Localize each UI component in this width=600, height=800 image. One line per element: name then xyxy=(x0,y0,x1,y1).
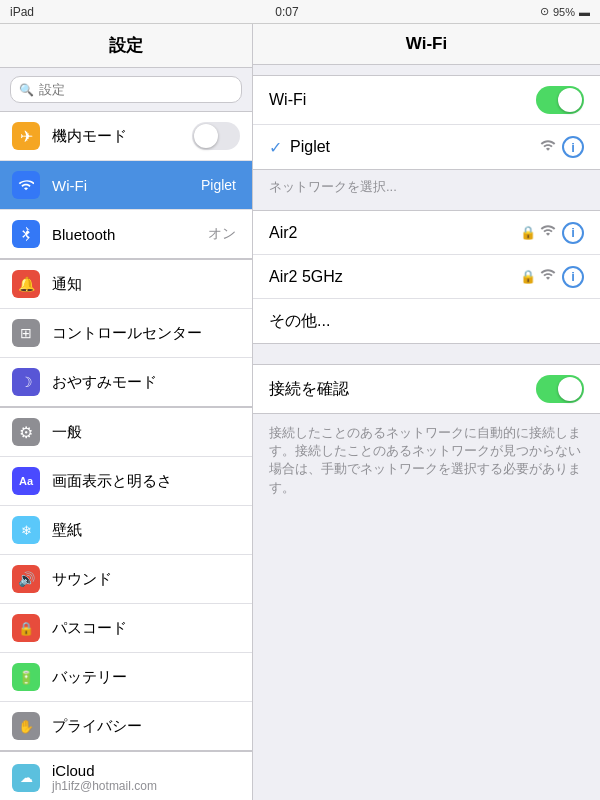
sidebar-item-wallpaper[interactable]: ❄ 壁紙 xyxy=(0,506,252,555)
confirm-connection-section: 接続を確認 xyxy=(253,364,600,414)
airplane-toggle[interactable] xyxy=(192,122,240,150)
controlcenter-icon: ⊞ xyxy=(12,319,40,347)
wifi-label: Wi-Fi xyxy=(269,91,536,109)
wifi-toggle-section: Wi-Fi ✓ Piglet i xyxy=(253,75,600,170)
select-network-label: ネットワークを選択... xyxy=(253,170,600,200)
wifi-status-icon: ⊙ xyxy=(540,5,549,18)
battery-level: 95% xyxy=(553,6,575,18)
network-list-section: Air2 🔒 i Air2 5GHz 🔒 i xyxy=(253,210,600,344)
sidebar-label-controlcenter: コントロールセンター xyxy=(52,324,240,343)
airplane-icon: ✈ xyxy=(12,122,40,150)
sidebar-item-general[interactable]: ⚙ 一般 xyxy=(0,408,252,457)
airplane-toggle-knob xyxy=(194,124,218,148)
sidebar-label-display: 画面表示と明るさ xyxy=(52,472,240,491)
wifi-toggle-row[interactable]: Wi-Fi xyxy=(253,76,600,125)
sidebar-item-bluetooth[interactable]: Bluetooth オン xyxy=(0,210,252,258)
sidebar-label-privacy: プライバシー xyxy=(52,717,240,736)
bluetooth-icon xyxy=(12,220,40,248)
general-icon: ⚙ xyxy=(12,418,40,446)
sidebar-item-display[interactable]: Aa 画面表示と明るさ xyxy=(0,457,252,506)
sidebar-label-sound: サウンド xyxy=(52,570,240,589)
search-input[interactable] xyxy=(39,82,233,97)
wifi-icon-air25ghz xyxy=(540,268,556,285)
sidebar-bluetooth-value: オン xyxy=(208,225,236,243)
air2-info-btn[interactable]: i xyxy=(562,222,584,244)
connected-network-label: Piglet xyxy=(290,138,540,156)
confirm-connection-row[interactable]: 接続を確認 xyxy=(253,365,600,413)
checkmark-icon: ✓ xyxy=(269,138,282,157)
sidebar-label-battery: バッテリー xyxy=(52,668,240,687)
sidebar-label-donotdisturb: おやすみモード xyxy=(52,373,240,392)
passcode-icon: 🔒 xyxy=(12,614,40,642)
sidebar-label-wifi: Wi-Fi xyxy=(52,177,201,194)
search-icon: 🔍 xyxy=(19,83,34,97)
confirm-toggle-knob xyxy=(558,377,582,401)
divider-1 xyxy=(253,344,600,354)
network-row-air2[interactable]: Air2 🔒 i xyxy=(253,211,600,255)
battery-menu-icon: 🔋 xyxy=(12,663,40,691)
confirm-connection-toggle[interactable] xyxy=(536,375,584,403)
air25ghz-info-btn[interactable]: i xyxy=(562,266,584,288)
connected-network-info-btn[interactable]: i xyxy=(562,136,584,158)
sidebar-group-preferences: ⚙ 一般 Aa 画面表示と明るさ ❄ 壁紙 🔊 サウンド 🔒 パスコード 🔋 xyxy=(0,407,252,751)
status-bar: iPad 0:07 ⊙ 95% ▬ xyxy=(0,0,600,24)
wifi-toggle-knob xyxy=(558,88,582,112)
sidebar-item-airplane[interactable]: ✈ 機内モード xyxy=(0,112,252,161)
status-right: ⊙ 95% ▬ xyxy=(540,5,590,18)
sidebar: 設定 🔍 ✈ 機内モード Wi-F xyxy=(0,24,253,800)
wallpaper-icon: ❄ xyxy=(12,516,40,544)
main-layout: 設定 🔍 ✈ 機内モード Wi-F xyxy=(0,24,600,800)
sidebar-item-privacy[interactable]: ✋ プライバシー xyxy=(0,702,252,750)
network-air25ghz-label: Air2 5GHz xyxy=(269,268,520,286)
status-time: 0:07 xyxy=(275,5,298,19)
search-bar: 🔍 xyxy=(0,68,252,111)
sidebar-label-airplane: 機内モード xyxy=(52,127,192,146)
icloud-title: iCloud xyxy=(52,762,240,779)
sidebar-group-system: 🔔 通知 ⊞ コントロールセンター ☽ おやすみモード xyxy=(0,259,252,407)
icloud-subtitle: jh1ifz@hotmail.com xyxy=(52,779,240,793)
sidebar-group-accounts: ☁ iCloud jh1ifz@hotmail.com xyxy=(0,751,252,800)
sidebar-item-icloud[interactable]: ☁ iCloud jh1ifz@hotmail.com xyxy=(0,752,252,800)
network-wifi-icon xyxy=(540,139,556,156)
description-text: 接続したことのあるネットワークに自動的に接続します。接続したことのあるネットワー… xyxy=(253,414,600,507)
wifi-icon xyxy=(12,171,40,199)
sidebar-item-passcode[interactable]: 🔒 パスコード xyxy=(0,604,252,653)
sidebar-item-donotdisturb[interactable]: ☽ おやすみモード xyxy=(0,358,252,406)
search-input-wrap[interactable]: 🔍 xyxy=(10,76,242,103)
sidebar-label-notifications: 通知 xyxy=(52,275,240,294)
confirm-connection-label: 接続を確認 xyxy=(269,379,536,400)
content-title: Wi-Fi xyxy=(253,24,600,65)
sidebar-wifi-value: Piglet xyxy=(201,177,236,193)
connected-network-row[interactable]: ✓ Piglet i xyxy=(253,125,600,169)
sidebar-group-connectivity: ✈ 機内モード Wi-Fi Piglet xyxy=(0,111,252,259)
icloud-icon: ☁ xyxy=(12,764,40,792)
sidebar-title: 設定 xyxy=(0,24,252,68)
sidebar-item-sound[interactable]: 🔊 サウンド xyxy=(0,555,252,604)
icloud-text: iCloud jh1ifz@hotmail.com xyxy=(52,762,240,793)
wifi-master-toggle[interactable] xyxy=(536,86,584,114)
notifications-icon: 🔔 xyxy=(12,270,40,298)
wifi-icon-air2 xyxy=(540,224,556,241)
donotdisturb-icon: ☽ xyxy=(12,368,40,396)
sidebar-label-bluetooth: Bluetooth xyxy=(52,226,208,243)
content-panel: Wi-Fi Wi-Fi ✓ Piglet i ネットワークを選択... xyxy=(253,24,600,800)
battery-icon: ▬ xyxy=(579,6,590,18)
display-icon: Aa xyxy=(12,467,40,495)
status-device: iPad xyxy=(10,5,34,19)
lock-icon-air25ghz: 🔒 xyxy=(520,269,536,284)
sidebar-item-notifications[interactable]: 🔔 通知 xyxy=(0,260,252,309)
network-row-other[interactable]: その他... xyxy=(253,299,600,343)
privacy-icon: ✋ xyxy=(12,712,40,740)
sidebar-item-battery[interactable]: 🔋 バッテリー xyxy=(0,653,252,702)
lock-icon-air2: 🔒 xyxy=(520,225,536,240)
network-row-air25ghz[interactable]: Air2 5GHz 🔒 i xyxy=(253,255,600,299)
sidebar-item-controlcenter[interactable]: ⊞ コントロールセンター xyxy=(0,309,252,358)
sidebar-item-wifi[interactable]: Wi-Fi Piglet xyxy=(0,161,252,210)
sound-icon: 🔊 xyxy=(12,565,40,593)
network-other-label: その他... xyxy=(269,311,584,332)
sidebar-label-general: 一般 xyxy=(52,423,240,442)
sidebar-label-wallpaper: 壁紙 xyxy=(52,521,240,540)
network-air2-label: Air2 xyxy=(269,224,520,242)
sidebar-label-passcode: パスコード xyxy=(52,619,240,638)
